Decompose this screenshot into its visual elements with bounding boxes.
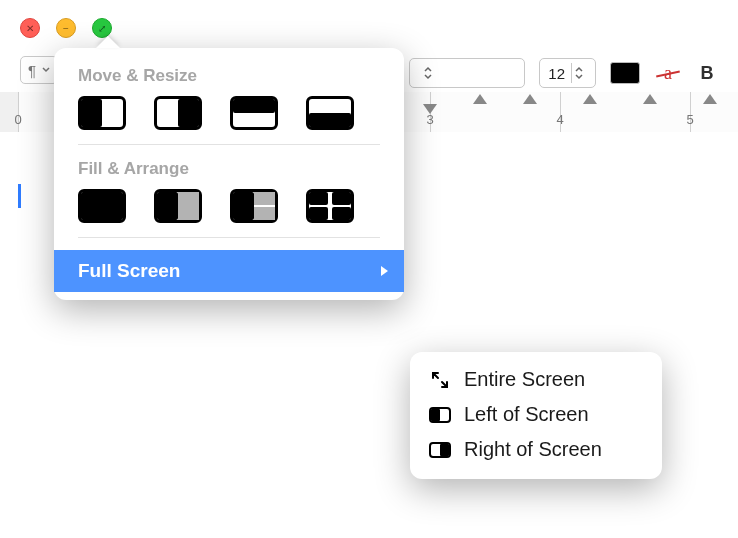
chevron-right-icon	[381, 266, 388, 276]
ruler-number: 0	[14, 112, 21, 127]
divider	[78, 237, 380, 238]
move-top-half-icon[interactable]	[230, 96, 278, 130]
text-cursor	[18, 184, 21, 208]
ruler-tab-marker[interactable]	[583, 94, 597, 104]
full-screen-label: Full Screen	[78, 260, 180, 282]
ruler-tab-marker[interactable]	[643, 94, 657, 104]
arrange-left-icon[interactable]	[154, 189, 202, 223]
ruler-tab-marker[interactable]	[703, 94, 717, 104]
fill-screen-icon[interactable]	[78, 189, 126, 223]
arrange-left-quarters-icon[interactable]	[230, 189, 278, 223]
text-color-well[interactable]	[610, 62, 640, 84]
section-title-move-resize: Move & Resize	[54, 64, 404, 94]
paragraph-style-button[interactable]: ¶	[20, 56, 58, 84]
ruler-number: 5	[686, 112, 693, 127]
bold-button[interactable]: B	[696, 63, 718, 84]
divider	[78, 144, 380, 145]
submenu-item-entire-screen[interactable]: Entire Screen	[410, 362, 662, 397]
submenu-label: Entire Screen	[464, 368, 585, 391]
ruler-tab-marker[interactable]	[473, 94, 487, 104]
chevron-down-icon	[42, 67, 50, 73]
stepper-arrows[interactable]	[571, 63, 591, 83]
submenu-item-right-of-screen[interactable]: Right of Screen	[410, 432, 662, 467]
font-size-value: 12	[548, 65, 565, 82]
submenu-item-left-of-screen[interactable]: Left of Screen	[410, 397, 662, 432]
full-screen-submenu: Entire Screen Left of Screen Right of Sc…	[410, 352, 662, 479]
paragraph-glyph: ¶	[28, 62, 36, 79]
submenu-label: Left of Screen	[464, 403, 589, 426]
move-bottom-half-icon[interactable]	[306, 96, 354, 130]
style-dropdown[interactable]	[409, 58, 525, 88]
move-right-half-icon[interactable]	[154, 96, 202, 130]
chevron-updown-icon	[424, 66, 432, 80]
section-title-fill-arrange: Fill & Arrange	[54, 157, 404, 187]
ruler-tab-marker[interactable]	[423, 104, 437, 114]
ruler-number: 3	[426, 112, 433, 127]
left-half-icon	[428, 405, 452, 425]
strikethrough-button[interactable]: a	[654, 62, 682, 84]
strike-glyph: a	[664, 63, 672, 84]
window-close-button[interactable]: ✕	[20, 18, 40, 38]
submenu-label: Right of Screen	[464, 438, 602, 461]
ruler-tab-marker[interactable]	[523, 94, 537, 104]
arrange-quarters-icon[interactable]	[306, 189, 354, 223]
window-minimize-button[interactable]: −	[56, 18, 76, 38]
window-layout-popover: Move & Resize Fill & Arrange Full Screen	[54, 48, 404, 300]
window-zoom-button[interactable]: ⤢	[92, 18, 112, 38]
right-half-icon	[428, 440, 452, 460]
ruler-number: 4	[556, 112, 563, 127]
full-screen-menuitem[interactable]: Full Screen	[54, 250, 404, 292]
move-left-half-icon[interactable]	[78, 96, 126, 130]
expand-arrows-icon	[428, 370, 452, 390]
font-size-stepper[interactable]: 12	[539, 58, 596, 88]
